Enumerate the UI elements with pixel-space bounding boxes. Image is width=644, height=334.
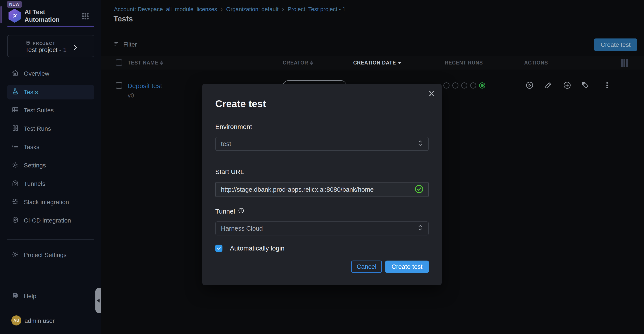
breadcrumb: Account: Devspace_all_module_licenses › … bbox=[114, 6, 346, 13]
sidebar-item-tests[interactable]: Tests bbox=[7, 85, 94, 99]
column-header-actions: ACTIONS bbox=[524, 60, 548, 66]
column-settings-icon[interactable] bbox=[621, 59, 628, 67]
recent-run-dot-empty bbox=[470, 82, 476, 89]
sidebar-item-tunnels[interactable]: Tunnels bbox=[7, 177, 94, 191]
project-selector[interactable]: PROJECT Test project - 1 bbox=[7, 35, 94, 57]
module-grid-icon[interactable] bbox=[81, 12, 90, 20]
breadcrumb-account-link[interactable]: Account: Devspace_all_module_licenses bbox=[114, 6, 217, 13]
test-name-link[interactable]: Deposit test bbox=[128, 82, 162, 90]
more-options-icon[interactable] bbox=[602, 81, 612, 90]
recent-run-dot-empty bbox=[452, 82, 458, 89]
columns-board-icon bbox=[11, 124, 19, 133]
sidebar-item-help[interactable]: ? Help bbox=[7, 289, 94, 303]
chevron-right-icon bbox=[72, 44, 78, 52]
environment-label: Environment bbox=[215, 123, 252, 130]
breadcrumb-project-link[interactable]: Project: Test project - 1 bbox=[288, 6, 345, 13]
new-badge: NEW bbox=[7, 1, 22, 8]
tunnel-select[interactable]: Harness Cloud bbox=[215, 221, 429, 235]
app-title: AI Test Automation bbox=[24, 8, 60, 24]
svg-text:?: ? bbox=[14, 293, 16, 296]
edit-test-icon[interactable] bbox=[544, 81, 553, 90]
start-url-input[interactable] bbox=[221, 186, 414, 193]
sidebar-item-label: Slack integration bbox=[24, 199, 69, 206]
sort-icon bbox=[310, 61, 313, 65]
cube-icon bbox=[25, 40, 31, 47]
project-label: PROJECT bbox=[33, 41, 56, 46]
create-test-submit-button[interactable]: Create test bbox=[385, 261, 429, 273]
test-version: v0 bbox=[128, 92, 134, 99]
sidebar-item-label: Overview bbox=[24, 70, 49, 77]
slack-icon bbox=[11, 198, 19, 207]
add-to-suite-icon[interactable] bbox=[562, 81, 572, 90]
sidebar-divider bbox=[7, 239, 94, 240]
sidebar-item-label: Test Suites bbox=[24, 107, 54, 114]
select-all-checkbox[interactable] bbox=[116, 59, 122, 66]
sidebar: NEW AI Test Automation bbox=[0, 0, 101, 334]
flask-icon bbox=[11, 88, 19, 97]
select-chevrons-icon bbox=[418, 139, 423, 148]
chevron-separator: › bbox=[282, 6, 284, 13]
close-icon[interactable] bbox=[428, 89, 436, 98]
auto-login-label: Automatically login bbox=[230, 245, 284, 252]
sidebar-item-overview[interactable]: Overview bbox=[7, 66, 94, 81]
home-icon bbox=[11, 69, 19, 78]
sidebar-item-test-runs[interactable]: Test Runs bbox=[7, 121, 94, 136]
app-window: NEW AI Test Automation bbox=[0, 0, 644, 334]
tag-icon[interactable] bbox=[581, 81, 590, 90]
left-scrollbar-track bbox=[1, 26, 1, 280]
column-header-creator[interactable]: CREATOR bbox=[283, 60, 313, 66]
sidebar-item-label: Tests bbox=[24, 89, 38, 96]
sidebar-item-settings[interactable]: Settings bbox=[7, 158, 94, 173]
table-header: TEST NAME CREATOR CREATION DATE RECENT R… bbox=[101, 56, 644, 70]
sidebar-item-label: Help bbox=[24, 293, 36, 300]
sidebar-item-project-settings[interactable]: Project Settings bbox=[7, 248, 94, 262]
auto-login-checkbox[interactable] bbox=[215, 245, 222, 252]
project-name: Test project - 1 bbox=[25, 46, 66, 54]
gear-icon bbox=[11, 161, 19, 170]
recent-run-dot-empty bbox=[444, 82, 450, 89]
column-header-test-name[interactable]: TEST NAME bbox=[128, 60, 163, 66]
modal-title: Create test bbox=[215, 98, 266, 109]
page-title: Tests bbox=[114, 15, 133, 23]
gear-icon bbox=[11, 250, 19, 260]
app-logo-icon[interactable] bbox=[8, 9, 22, 23]
valid-check-icon bbox=[414, 184, 424, 195]
sidebar-item-label: CI-CD integration bbox=[24, 217, 71, 224]
link-icon bbox=[11, 216, 19, 225]
sidebar-item-test-suites[interactable]: Test Suites bbox=[7, 103, 94, 118]
breadcrumb-org-link[interactable]: Organization: default bbox=[226, 6, 278, 13]
create-test-modal: Create test Environment test Start URL T… bbox=[202, 84, 442, 285]
create-test-button-toolbar[interactable]: Create test bbox=[594, 39, 637, 51]
info-icon[interactable] bbox=[238, 208, 244, 215]
run-test-icon[interactable] bbox=[525, 81, 534, 90]
column-header-creation-date[interactable]: CREATION DATE bbox=[353, 60, 402, 66]
sidebar-footer-divider bbox=[0, 280, 101, 280]
row-checkbox[interactable] bbox=[116, 82, 122, 89]
tunnel-label: Tunnel bbox=[215, 208, 244, 215]
user-name[interactable]: admin user bbox=[24, 317, 55, 324]
sidebar-item-tasks[interactable]: Tasks bbox=[7, 140, 94, 154]
recent-run-dot-success[interactable] bbox=[479, 82, 485, 89]
sidebar-collapse-handle[interactable] bbox=[96, 288, 101, 313]
filter-label: Filter bbox=[123, 41, 137, 48]
brand-divider bbox=[7, 27, 94, 27]
left-scrollbar-thumb[interactable] bbox=[0, 6, 2, 23]
cancel-button[interactable]: Cancel bbox=[351, 261, 382, 273]
start-url-field bbox=[215, 182, 429, 197]
sidebar-item-cicd-integration[interactable]: CI-CD integration bbox=[7, 213, 94, 228]
sidebar-divider bbox=[7, 274, 94, 274]
filter-button[interactable]: Filter bbox=[113, 40, 137, 49]
filter-icon bbox=[113, 40, 120, 49]
grid-table-icon bbox=[11, 106, 19, 115]
user-avatar[interactable]: AU bbox=[11, 315, 22, 325]
environment-select[interactable]: test bbox=[215, 137, 429, 151]
help-chat-icon: ? bbox=[11, 292, 19, 301]
collapse-left-icon bbox=[97, 299, 100, 302]
chevron-separator: › bbox=[221, 6, 223, 13]
task-list-icon bbox=[11, 142, 19, 152]
column-header-recent-runs: RECENT RUNS bbox=[445, 60, 483, 66]
environment-value: test bbox=[221, 140, 231, 147]
sidebar-item-label: Test Runs bbox=[24, 125, 51, 132]
sort-desc-icon bbox=[398, 62, 402, 64]
sidebar-item-slack-integration[interactable]: Slack integration bbox=[7, 195, 94, 209]
